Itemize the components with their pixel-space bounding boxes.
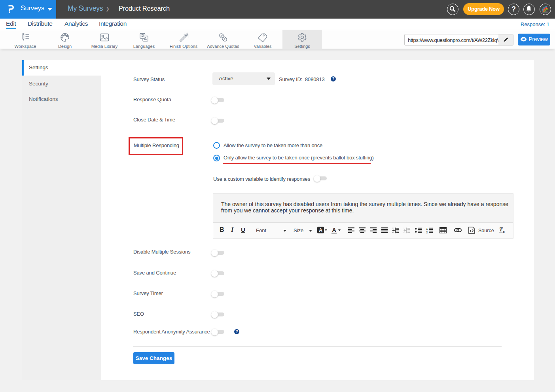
svg-text:1: 1 xyxy=(426,227,428,230)
svg-text:x: x xyxy=(503,230,505,233)
svg-text:A: A xyxy=(332,227,336,233)
svg-text:2: 2 xyxy=(426,231,428,233)
svg-text:A: A xyxy=(319,227,322,233)
